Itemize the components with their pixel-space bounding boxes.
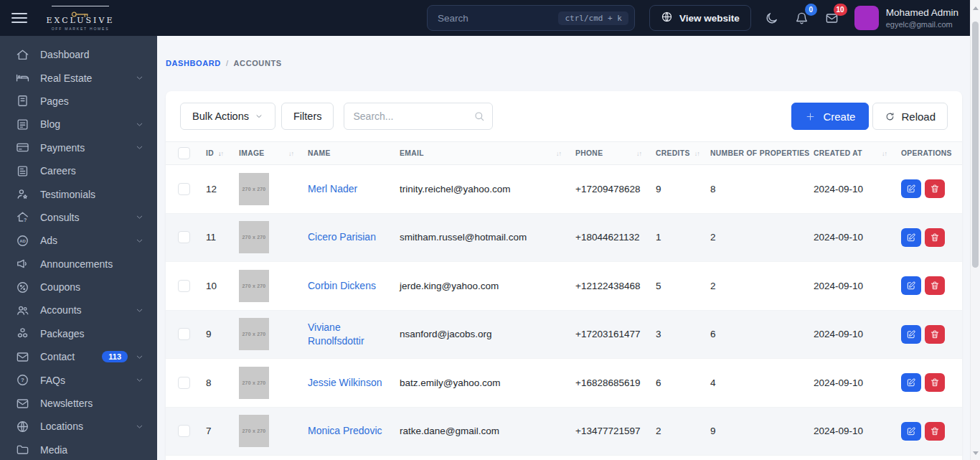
window-scrollbar[interactable] [970, 0, 980, 460]
brand-name: EXCLUSIVE [47, 16, 115, 25]
chevron-down-icon [135, 73, 144, 83]
edit-button[interactable] [901, 325, 921, 344]
account-name-link[interactable]: Cicero Parisian [308, 230, 376, 244]
row-checkbox[interactable] [178, 183, 190, 195]
select-all-checkbox[interactable] [178, 147, 190, 159]
account-name-link[interactable]: Corbin Dickens [308, 279, 376, 293]
row-checkbox[interactable] [178, 377, 190, 389]
ad-circle-icon: AD [16, 234, 29, 248]
sidebar: DashboardReal EstatePagesBlogPaymentsCar… [0, 36, 157, 460]
filters-label: Filters [293, 111, 321, 122]
column-header-phone[interactable]: PHONE↓↑ [568, 142, 649, 165]
scrollbar-thumb[interactable] [972, 22, 979, 268]
sidebar-item-pages[interactable]: Pages [0, 90, 157, 113]
newspaper-icon [16, 164, 29, 178]
row-checkbox[interactable] [178, 280, 190, 292]
delete-button[interactable] [925, 422, 945, 441]
column-header-image[interactable]: IMAGE↓↑ [232, 142, 301, 165]
sidebar-item-label: Packages [40, 328, 144, 339]
row-checkbox[interactable] [178, 328, 190, 340]
hamburger-menu-button[interactable] [11, 13, 27, 23]
breadcrumb-dashboard[interactable]: DASHBOARD [166, 59, 221, 67]
key-icon [70, 8, 91, 15]
delete-button[interactable] [925, 373, 945, 392]
messages-button[interactable]: 10 [822, 9, 842, 28]
avatar [854, 6, 879, 30]
brand-logo[interactable]: EXCLUSIVE OFF MARKET HOMES [44, 6, 116, 31]
sidebar-item-real-estate[interactable]: Real Estate [0, 66, 157, 89]
globe-icon [661, 11, 673, 25]
chevron-down-icon [135, 375, 144, 385]
delete-button[interactable] [925, 228, 945, 247]
edit-button[interactable] [901, 228, 921, 247]
row-checkbox[interactable] [178, 425, 190, 437]
sidebar-item-contact[interactable]: Contact113 [0, 345, 157, 368]
column-header-id[interactable]: ID↓↑ [199, 142, 232, 165]
sidebar-item-label: Media [40, 444, 144, 456]
row-checkbox[interactable] [178, 231, 190, 243]
cell-id: 7 [199, 407, 232, 456]
delete-button[interactable] [925, 179, 945, 198]
dark-mode-toggle[interactable] [762, 9, 781, 28]
sidebar-item-careers[interactable]: Careers [0, 159, 157, 182]
reload-icon [885, 111, 895, 122]
cell-credits: 9 [649, 165, 703, 214]
filters-button[interactable]: Filters [281, 103, 334, 130]
sidebar-item-announcements[interactable]: Announcements [0, 253, 157, 276]
select-all-header [166, 142, 199, 165]
scrollbar-up-arrow[interactable] [973, 6, 979, 10]
scrollbar-down-arrow[interactable] [973, 451, 979, 455]
column-header-created_at[interactable]: CREATED AT↓↑ [806, 142, 894, 165]
cell-phone: +12122438468 [568, 262, 649, 311]
global-search-input[interactable] [436, 12, 559, 24]
sidebar-item-accounts[interactable]: Accounts [0, 299, 157, 321]
sidebar-item-media[interactable]: Media [0, 438, 157, 460]
cell-email: batz.emily@yahoo.com [392, 359, 568, 408]
notifications-button[interactable]: 0 [792, 9, 811, 28]
account-name-link[interactable]: Jessie Wilkinson [308, 376, 382, 390]
column-header-email[interactable]: EMAIL↓↑ [392, 142, 568, 165]
edit-button[interactable] [901, 276, 921, 295]
sidebar-item-newsletters[interactable]: Newsletters [0, 392, 157, 415]
trash-icon [930, 184, 940, 194]
edit-button[interactable] [901, 373, 921, 392]
table-search-input[interactable] [344, 103, 493, 130]
create-button[interactable]: Create [791, 103, 869, 130]
user-name: Mohamed Admin [886, 7, 958, 19]
sidebar-item-ads[interactable]: ADAds [0, 229, 157, 252]
trash-icon [930, 329, 940, 339]
sidebar-item-coupons[interactable]: Coupons [0, 276, 157, 299]
cell-id: 12 [199, 165, 232, 214]
cell-email: trinity.reichel@yahoo.com [392, 165, 568, 214]
sidebar-item-dashboard[interactable]: Dashboard [0, 43, 157, 66]
delete-button[interactable] [925, 276, 945, 295]
sidebar-item-consults[interactable]: ?Consults [0, 206, 157, 229]
account-name-link[interactable]: Monica Predovic [308, 424, 382, 438]
column-header-credits[interactable]: CREDITS↓↑ [649, 142, 703, 165]
global-search[interactable]: ctrl/cmd + k [427, 5, 635, 31]
user-email: egyelc@gmail.com [886, 20, 958, 29]
cell-properties: 6 [703, 310, 806, 359]
image-placeholder: 270 x 270 [239, 367, 269, 399]
account-name-link[interactable]: Merl Nader [308, 182, 357, 196]
account-name-link[interactable]: Viviane Runolfsdottir [308, 321, 385, 348]
sidebar-item-label: Dashboard [40, 49, 144, 60]
sidebar-item-locations[interactable]: Locations [0, 415, 157, 438]
bulk-actions-button[interactable]: Bulk Actions [180, 103, 275, 130]
view-website-button[interactable]: View website [649, 5, 751, 31]
delete-button[interactable] [925, 325, 945, 344]
sidebar-item-blog[interactable]: Blog [0, 113, 157, 136]
credit-card-icon [16, 141, 29, 154]
pencil-icon [906, 233, 916, 243]
sidebar-item-label: Newsletters [40, 398, 144, 409]
sidebar-item-testimonials[interactable]: Testimonials [0, 182, 157, 205]
edit-button[interactable] [901, 422, 921, 441]
edit-button[interactable] [901, 179, 921, 198]
sidebar-item-faqs[interactable]: ?FAQs [0, 368, 157, 391]
user-menu[interactable]: Mohamed Admin egyelc@gmail.com [854, 6, 958, 30]
reload-button[interactable]: Reload [872, 103, 948, 130]
sort-icon: ↓↑ [218, 150, 223, 157]
sidebar-item-packages[interactable]: Packages [0, 322, 157, 345]
envelope-icon [16, 397, 29, 410]
sidebar-item-payments[interactable]: Payments [0, 136, 157, 159]
